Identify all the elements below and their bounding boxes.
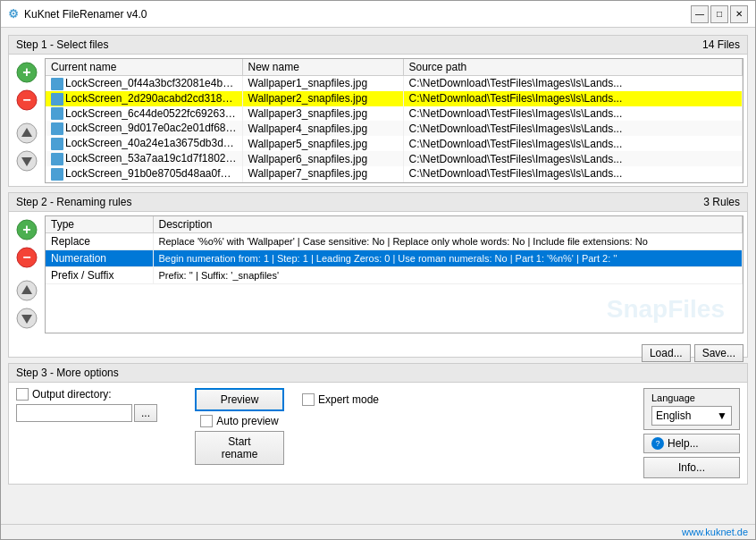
step3-section: Step 3 - More options Output directory: … — [8, 363, 748, 485]
language-selected: English — [656, 409, 691, 422]
step3-label: Step 3 - More options — [16, 367, 119, 379]
help-button[interactable]: ? Help... — [643, 434, 740, 453]
file-list-scroll[interactable]: Current name New name Source path LockSc… — [46, 59, 743, 182]
output-dir-input-row: ... — [16, 404, 177, 422]
col-header-type: Type — [46, 216, 153, 233]
step3-header: Step 3 - More options — [9, 364, 747, 383]
table-row[interactable]: LockScreen_2d290acabd2cd3184d5a6a31... W… — [46, 91, 743, 106]
start-rename-button[interactable]: Start rename — [195, 431, 284, 465]
output-dir-input[interactable] — [16, 404, 132, 422]
footer-url: www.kuknet.de — [682, 527, 748, 537]
language-box: Language English ▼ — [643, 388, 740, 430]
rules-area: Type Description Replace Replace '%o%' w… — [45, 215, 743, 333]
step1-section: Step 1 - Select files 14 Files + − — [8, 35, 748, 187]
step2-buttons: + − — [13, 215, 41, 333]
window-title: KuKnet FileRenamer v4.0 — [24, 8, 147, 21]
app-icon: ⚙ — [8, 7, 19, 21]
minimize-button[interactable]: — — [691, 5, 709, 23]
close-button[interactable]: ✕ — [730, 5, 748, 23]
auto-preview-checkbox[interactable] — [200, 415, 213, 427]
remove-rule-button[interactable]: − — [14, 245, 39, 270]
file-list-area: Current name New name Source path LockSc… — [45, 58, 743, 183]
main-content: Step 1 - Select files 14 Files + − — [1, 28, 755, 524]
list-item[interactable]: Replace Replace '%o%' with 'Wallpaper' |… — [46, 233, 743, 250]
table-row[interactable]: LockScreen_53a7aa19c1d7f18028d5596c... W… — [46, 151, 743, 166]
title-bar-controls: — □ ✕ — [691, 5, 748, 23]
file-icon — [51, 107, 63, 120]
expert-mode-group: Expert mode — [302, 388, 379, 406]
expert-mode-row: Expert mode — [302, 393, 379, 406]
step1-header: Step 1 - Select files 14 Files — [9, 36, 747, 55]
step2-body: + − — [9, 212, 747, 364]
table-row[interactable]: LockScreen_9d017e0ac2e01df683e20fbe... W… — [46, 121, 743, 136]
col-header-current: Current name — [46, 59, 242, 76]
col-header-source: Source path — [403, 59, 743, 76]
file-icon — [51, 153, 63, 165]
expert-mode-label: Expert mode — [318, 393, 379, 406]
file-icon — [51, 78, 63, 90]
preview-group: Preview Auto preview Start rename — [195, 388, 284, 465]
step1-buttons: + − — [13, 58, 41, 183]
table-row[interactable]: LockScreen_0f44a3bcf32081e4b11326045... … — [46, 76, 743, 91]
col-header-new: New name — [242, 59, 403, 76]
file-icon — [51, 138, 63, 150]
language-select[interactable]: English ▼ — [651, 406, 732, 426]
auto-preview-label: Auto preview — [216, 415, 278, 427]
step2-section: Step 2 - Renaming rules 3 Rules + − — [8, 192, 748, 358]
table-row[interactable]: LockScreen_40a24e1a3675db3d5464e628... W… — [46, 136, 743, 151]
expert-mode-checkbox[interactable] — [302, 393, 315, 406]
svg-text:+: + — [22, 64, 30, 80]
footer-bar: www.kuknet.de — [1, 524, 755, 539]
output-dir-label-row: Output directory: — [16, 388, 177, 401]
move-rule-up-button[interactable] — [14, 278, 39, 303]
file-list-body: LockScreen_0f44a3bcf32081e4b11326045... … — [46, 76, 743, 183]
output-dir-checkbox[interactable] — [16, 388, 29, 401]
title-bar: ⚙ KuKnet FileRenamer v4.0 — □ ✕ — [1, 1, 755, 28]
add-rule-button[interactable]: + — [14, 217, 39, 242]
file-icon — [51, 168, 63, 181]
step2-label: Step 2 - Renaming rules — [16, 196, 131, 208]
svg-text:−: − — [22, 249, 30, 265]
output-dir-group: Output directory: ... — [16, 388, 177, 422]
move-up-button[interactable] — [14, 121, 39, 146]
move-down-button[interactable] — [14, 148, 39, 173]
save-button[interactable]: Save... — [694, 344, 743, 362]
remove-files-button[interactable]: − — [14, 88, 39, 113]
rules-body: Replace Replace '%o%' with 'Wallpaper' |… — [46, 233, 743, 284]
list-item[interactable]: Prefix / Suffix Prefix: '' | Suffix: '_s… — [46, 267, 743, 284]
col-header-description: Description — [153, 216, 743, 233]
step1-label: Step 1 - Select files — [16, 38, 108, 51]
main-window: ⚙ KuKnet FileRenamer v4.0 — □ ✕ Step 1 -… — [0, 0, 756, 540]
step2-rule-count: 3 Rules — [703, 196, 740, 208]
chevron-down-icon: ▼ — [717, 409, 727, 422]
file-icon — [51, 122, 63, 135]
table-row[interactable]: LockScreen_91b0e8705d48aa0f4e544c08... W… — [46, 166, 743, 181]
file-list-table: Current name New name Source path LockSc… — [46, 59, 743, 182]
help-label: Help... — [668, 437, 699, 450]
table-row[interactable]: LockScreen_6c44de0522fc692639694938... W… — [46, 106, 743, 122]
maximize-button[interactable]: □ — [710, 5, 728, 23]
title-bar-left: ⚙ KuKnet FileRenamer v4.0 — [8, 7, 147, 21]
rules-scroll[interactable]: Type Description Replace Replace '%o%' w… — [46, 216, 743, 333]
step3-body: Output directory: ... Preview Auto previ… — [9, 383, 747, 484]
table-row[interactable]: LockScreen_97c2bf9390c081bdbfbce267... W… — [46, 181, 743, 182]
step1-file-count: 14 Files — [702, 38, 740, 51]
help-icon: ? — [651, 437, 664, 450]
load-save-row: Load... Save... — [9, 341, 747, 364]
auto-preview-row: Auto preview — [200, 415, 278, 427]
preview-button[interactable]: Preview — [195, 388, 284, 411]
language-label: Language — [651, 392, 732, 403]
step2-header: Step 2 - Renaming rules 3 Rules — [9, 193, 747, 212]
step1-body: + − — [9, 55, 747, 187]
list-item[interactable]: Numeration Begin numeration from: 1 | St… — [46, 250, 743, 267]
file-icon — [51, 93, 63, 105]
svg-text:−: − — [22, 92, 30, 107]
move-rule-down-button[interactable] — [14, 306, 39, 331]
language-group: Language English ▼ ? Help... Info... — [643, 388, 740, 478]
output-dir-label: Output directory: — [32, 388, 112, 401]
rules-table: Type Description Replace Replace '%o%' w… — [46, 216, 743, 284]
add-files-button[interactable]: + — [14, 60, 39, 85]
info-button[interactable]: Info... — [643, 457, 740, 478]
browse-button[interactable]: ... — [134, 404, 157, 422]
load-button[interactable]: Load... — [642, 344, 691, 362]
